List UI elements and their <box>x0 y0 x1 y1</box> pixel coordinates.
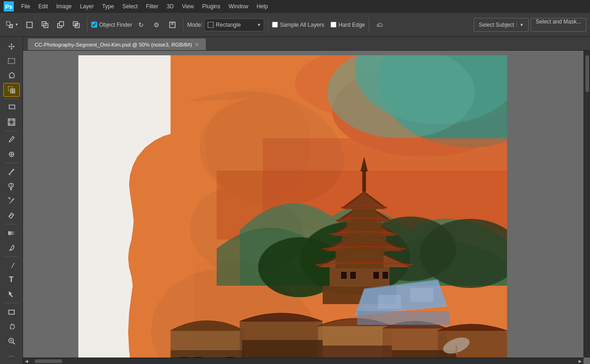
menu-3d[interactable]: 3D <box>163 2 177 11</box>
sample-all-layers-label[interactable]: Sample All Layers <box>272 22 324 28</box>
vertical-scroll-thumb[interactable] <box>585 55 589 92</box>
hand-tool[interactable] <box>3 320 20 333</box>
svg-rect-11 <box>171 22 174 25</box>
subtract-selection-btn[interactable] <box>54 18 68 32</box>
menu-layer[interactable]: Layer <box>76 2 97 11</box>
path-selection-icon <box>7 290 16 298</box>
screen-mode-icon <box>169 21 176 29</box>
shape-tool[interactable] <box>3 305 20 318</box>
zoom-tool[interactable] <box>3 334 20 347</box>
svg-rect-55 <box>342 236 386 252</box>
hard-edge-label[interactable]: Hard Edge <box>330 22 365 28</box>
hand-icon <box>7 322 16 330</box>
menu-window[interactable]: Window <box>225 2 252 11</box>
separator-2 <box>183 18 183 32</box>
rectangular-marquee-tool[interactable] <box>3 54 20 67</box>
lasso-icon <box>7 71 16 80</box>
history-brush-tool[interactable] <box>3 194 20 207</box>
mode-label: Mode: <box>187 22 202 28</box>
sample-all-layers-text: Sample All Layers <box>280 22 324 28</box>
svg-rect-12 <box>208 22 213 28</box>
brush-tool[interactable] <box>3 165 20 178</box>
svg-point-26 <box>9 174 10 175</box>
new-selection-btn[interactable] <box>23 18 36 32</box>
gradient-tool[interactable] <box>3 226 20 240</box>
svg-rect-14 <box>8 59 15 64</box>
svg-rect-61 <box>373 272 379 279</box>
healing-brush-tool[interactable] <box>3 147 20 161</box>
scroll-left-arrow[interactable]: ◀ <box>23 359 30 364</box>
svg-rect-6 <box>59 22 64 26</box>
rectangle-mode-icon <box>207 22 214 28</box>
refresh-btn[interactable]: ↻ <box>134 18 148 32</box>
type-tool[interactable]: T <box>3 273 20 286</box>
document-tab[interactable]: CC-Photography-Segment_Omi-Kim.psd @ 50%… <box>28 38 206 50</box>
horizontal-scroll-thumb[interactable] <box>35 359 62 363</box>
shape-icon <box>7 308 16 316</box>
object-selection-tool[interactable] <box>3 83 20 96</box>
menu-view[interactable]: View <box>178 2 198 11</box>
separator-1 <box>87 18 88 32</box>
mode-selected: Rectangle <box>216 22 241 28</box>
healing-brush-icon <box>7 150 16 159</box>
menu-image[interactable]: Image <box>53 2 75 11</box>
mode-arrow: ▼ <box>257 23 261 27</box>
intersect-selection-btn[interactable] <box>70 18 83 32</box>
mode-dropdown[interactable]: Rectangle ▼ <box>204 18 264 31</box>
menu-filter[interactable]: Filter <box>142 2 162 11</box>
tool-sep-2 <box>5 131 18 131</box>
object-finder-checkbox[interactable] <box>91 22 97 28</box>
lasso-tool[interactable] <box>3 69 20 82</box>
dodge-tool[interactable] <box>3 241 20 254</box>
menu-plugins[interactable]: Plugins <box>199 2 224 11</box>
select-and-mask-button[interactable]: Select and Mask... <box>531 18 586 32</box>
vertical-scrollbar[interactable] <box>584 51 590 358</box>
svg-rect-59 <box>341 272 347 279</box>
svg-text:AI: AI <box>378 23 380 26</box>
menu-select[interactable]: Select <box>118 2 141 11</box>
object-finder-checkbox-label[interactable]: Object Finder <box>91 22 132 28</box>
horizontal-scrollbar[interactable]: ◀ ▶ <box>23 358 584 364</box>
add-selection-icon <box>41 21 49 29</box>
svg-rect-57 <box>352 209 376 222</box>
svg-rect-60 <box>350 272 356 279</box>
eyedropper-icon <box>7 135 16 144</box>
settings-btn[interactable]: ⚙ <box>150 18 164 32</box>
more-tools-icon: ··· <box>9 352 14 359</box>
more-tools-btn[interactable]: ··· <box>3 350 20 361</box>
tool-preset-arrow: ▼ <box>15 23 18 27</box>
sample-all-layers-checkbox[interactable] <box>272 22 278 28</box>
pen-tool[interactable] <box>3 258 20 272</box>
scroll-right-arrow[interactable]: ▶ <box>577 359 584 364</box>
ai-cloud-btn[interactable]: AI <box>373 18 387 32</box>
path-selection-tool[interactable] <box>3 288 20 301</box>
separator-3 <box>268 18 268 32</box>
svg-rect-9 <box>75 23 77 26</box>
history-brush-icon <box>7 197 16 205</box>
move-tool[interactable] <box>3 40 20 53</box>
select-subject-arrow: ▼ <box>517 23 524 27</box>
menu-help[interactable]: Help <box>253 2 272 11</box>
frame-tool[interactable] <box>3 115 20 129</box>
menu-type[interactable]: Type <box>98 2 118 11</box>
add-selection-btn[interactable] <box>38 18 52 32</box>
settings-icon: ⚙ <box>153 21 159 29</box>
clone-stamp-tool[interactable] <box>3 180 20 193</box>
tab-close-btn[interactable]: ✕ <box>195 41 199 48</box>
crop-tool[interactable] <box>3 101 20 114</box>
hard-edge-checkbox[interactable] <box>330 22 336 28</box>
menu-file[interactable]: File <box>18 2 34 11</box>
ps-logo: Ps <box>4 1 14 12</box>
menu-edit[interactable]: Edit <box>35 2 52 11</box>
tool-preset-picker[interactable]: ▼ <box>4 18 21 32</box>
eyedropper-tool[interactable] <box>3 133 20 147</box>
canvas-content[interactable]: ◀ ▶ <box>23 51 590 364</box>
svg-point-27 <box>11 184 12 186</box>
select-and-mask-label: Select and Mask... <box>536 18 581 25</box>
eraser-tool[interactable] <box>3 209 20 222</box>
tool-sep-4 <box>5 224 18 224</box>
options-toolbar: ▼ Object Finder ↻ ⚙ <box>0 13 590 37</box>
tool-sep-5 <box>5 256 18 257</box>
screen-mode-btn[interactable] <box>165 18 179 32</box>
select-subject-button[interactable]: Select Subject ▼ <box>474 18 529 32</box>
